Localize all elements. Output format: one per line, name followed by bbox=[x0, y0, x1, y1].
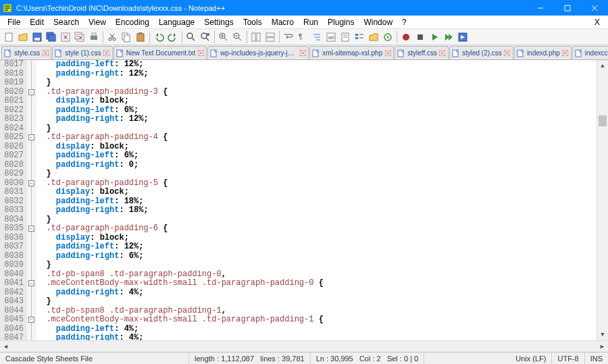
editor[interactable]: 8017801880198020802180228023802480258026… bbox=[0, 60, 608, 340]
code-line[interactable]: } bbox=[36, 215, 597, 225]
tab-close-icon[interactable] bbox=[197, 50, 204, 57]
play-icon[interactable] bbox=[428, 30, 441, 44]
stop-icon[interactable] bbox=[413, 30, 427, 44]
paste-icon[interactable] bbox=[134, 30, 147, 44]
close-icon[interactable] bbox=[59, 30, 72, 44]
code-line[interactable]: .td-pb-span8 .td-paragraph-padding-1, bbox=[36, 307, 597, 316]
sync-v-icon[interactable] bbox=[249, 30, 263, 44]
tab-3[interactable]: wp-includes-js-jquery-jquery-1.12.4.js bbox=[207, 46, 309, 59]
fold-toggle[interactable]: − bbox=[28, 317, 34, 323]
code-line[interactable]: padding-right: 4%; bbox=[36, 288, 597, 298]
save-all-icon[interactable] bbox=[45, 30, 58, 44]
func-list-icon[interactable] bbox=[353, 30, 366, 44]
code-line[interactable]: } bbox=[36, 124, 597, 134]
doc-map-icon[interactable] bbox=[338, 30, 352, 44]
menu-close-button[interactable]: X bbox=[589, 16, 605, 28]
close-button[interactable] bbox=[581, 0, 608, 16]
code-line[interactable]: } bbox=[36, 170, 597, 179]
record-icon[interactable] bbox=[399, 30, 413, 44]
menu-search[interactable]: Search bbox=[49, 16, 84, 28]
code-line[interactable]: .mceContentBody-max-width-small .td-para… bbox=[36, 315, 597, 325]
horizontal-scrollbar[interactable]: ◄ ► bbox=[0, 340, 608, 352]
code-line[interactable]: .mceContentBody-max-width-small .td-para… bbox=[36, 279, 597, 288]
vertical-scrollbar[interactable]: ▲ ▼ bbox=[597, 60, 608, 340]
tab-0[interactable]: style.css bbox=[1, 46, 51, 59]
tab-close-icon[interactable] bbox=[299, 50, 306, 57]
sync-h-icon[interactable] bbox=[263, 30, 277, 44]
print-icon[interactable] bbox=[87, 30, 101, 44]
fold-toggle[interactable]: − bbox=[28, 226, 34, 232]
code-line[interactable]: padding-left: 6%; bbox=[36, 106, 597, 115]
code-line[interactable]: padding-right: 4%; bbox=[36, 334, 597, 340]
tab-close-icon[interactable] bbox=[103, 50, 110, 57]
tab-2[interactable]: New Text Document.txt bbox=[113, 46, 207, 59]
cut-icon[interactable] bbox=[105, 30, 119, 44]
menu-[interactable]: ? bbox=[397, 16, 411, 28]
code-line[interactable]: padding-right: 12%; bbox=[36, 70, 597, 79]
fold-toggle[interactable]: − bbox=[28, 134, 34, 140]
tab-7[interactable]: indexd.php bbox=[514, 46, 572, 59]
menu-settings[interactable]: Settings bbox=[199, 16, 238, 28]
code-line[interactable]: .td-pb-span8 .td-paragraph-padding-0, bbox=[36, 270, 597, 280]
code-line[interactable]: .td-paragraph-padding-6 { bbox=[36, 224, 597, 234]
code-line[interactable]: padding-left: 12%; bbox=[36, 60, 597, 70]
menu-plugins[interactable]: Plugins bbox=[323, 16, 359, 28]
folder-workspace-icon[interactable] bbox=[367, 30, 380, 44]
menu-language[interactable]: Language bbox=[154, 16, 199, 28]
code-line[interactable]: display: block; bbox=[36, 142, 597, 152]
code-line[interactable]: .td-paragraph-padding-5 { bbox=[36, 179, 597, 188]
code-line[interactable]: padding-right: 18%; bbox=[36, 206, 597, 215]
open-file-icon[interactable] bbox=[16, 30, 30, 44]
menu-file[interactable]: File bbox=[3, 16, 25, 28]
zoom-out-icon[interactable] bbox=[231, 30, 245, 44]
code-line[interactable]: } bbox=[36, 261, 597, 270]
wordwrap-icon[interactable] bbox=[282, 30, 295, 44]
close-all-icon[interactable] bbox=[73, 30, 86, 44]
find-icon[interactable] bbox=[184, 30, 198, 44]
zoom-in-icon[interactable] bbox=[217, 30, 230, 44]
code-line[interactable]: .td-paragraph-padding-4 { bbox=[36, 133, 597, 142]
play-multi-icon[interactable] bbox=[442, 30, 455, 44]
fold-toggle[interactable]: − bbox=[28, 89, 34, 95]
tab-4[interactable]: xml-sitemap-xsl.php bbox=[309, 46, 394, 59]
indent-guide-icon[interactable] bbox=[310, 30, 324, 44]
tab-close-icon[interactable] bbox=[384, 50, 391, 57]
code-line[interactable]: .td-paragraph-padding-3 { bbox=[36, 88, 597, 97]
menu-tools[interactable]: Tools bbox=[238, 16, 267, 28]
code-line[interactable]: display: block; bbox=[36, 97, 597, 106]
code-line[interactable]: padding-left: 18%; bbox=[36, 197, 597, 207]
new-file-icon[interactable] bbox=[2, 30, 16, 44]
menu-macro[interactable]: Macro bbox=[267, 16, 299, 28]
udl-icon[interactable]: ab bbox=[324, 30, 338, 44]
code-line[interactable]: } bbox=[36, 78, 597, 88]
code-line[interactable]: padding-right: 6%; bbox=[36, 252, 597, 261]
scroll-up-arrow[interactable]: ▲ bbox=[597, 60, 608, 72]
menu-encoding[interactable]: Encoding bbox=[111, 16, 154, 28]
code-line[interactable]: padding-left: 12%; bbox=[36, 242, 597, 252]
code-line[interactable]: display: block; bbox=[36, 234, 597, 243]
tab-close-icon[interactable] bbox=[42, 50, 49, 57]
tab-6[interactable]: styled (2).css bbox=[449, 46, 513, 59]
show-all-icon[interactable]: ¶ bbox=[296, 30, 309, 44]
redo-icon[interactable] bbox=[166, 30, 180, 44]
tab-close-icon[interactable] bbox=[562, 50, 569, 57]
scroll-left-arrow[interactable]: ◄ bbox=[0, 341, 11, 352]
monitor-icon[interactable] bbox=[381, 30, 395, 44]
scroll-down-arrow[interactable]: ▼ bbox=[597, 329, 608, 340]
code-line[interactable]: padding-left: 6%; bbox=[36, 151, 597, 161]
fold-column[interactable]: −−−−−− bbox=[27, 60, 36, 340]
code-line[interactable]: padding-left: 4%; bbox=[36, 325, 597, 334]
code-line[interactable]: display: block; bbox=[36, 188, 597, 197]
undo-icon[interactable] bbox=[152, 30, 166, 44]
scroll-thumb[interactable] bbox=[599, 115, 607, 126]
tab-5[interactable]: styleff.css bbox=[395, 46, 449, 59]
tab-close-icon[interactable] bbox=[439, 50, 446, 57]
menu-view[interactable]: View bbox=[84, 16, 111, 28]
copy-icon[interactable] bbox=[120, 30, 133, 44]
scroll-right-arrow[interactable]: ► bbox=[597, 341, 608, 352]
menu-window[interactable]: Window bbox=[359, 16, 397, 28]
minimize-button[interactable] bbox=[527, 0, 554, 16]
menu-run[interactable]: Run bbox=[299, 16, 323, 28]
maximize-button[interactable] bbox=[554, 0, 581, 16]
save-macro-icon[interactable] bbox=[456, 30, 470, 44]
